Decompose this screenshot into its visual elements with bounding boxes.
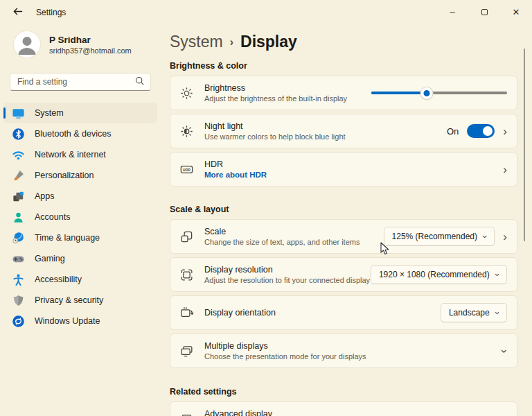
chevron-right-icon: › <box>503 231 507 243</box>
brightness-title: Brightness <box>204 83 347 93</box>
page-title: Display <box>240 31 297 52</box>
hdr-title: HDR <box>204 159 267 169</box>
wifi-icon <box>12 148 25 162</box>
chevron-down-icon: › <box>499 349 511 353</box>
maximize-button[interactable] <box>468 0 500 24</box>
search-box[interactable] <box>10 73 151 91</box>
sidebar-item-personalization[interactable]: Personalization <box>3 165 157 186</box>
sidebar-item-network-internet[interactable]: Network & internet <box>3 144 157 165</box>
display-resolution-subtitle: Adjust the resolution to fit your connec… <box>204 276 370 284</box>
sidebar-item-label: Apps <box>35 191 55 201</box>
night-light-toggle[interactable] <box>467 124 495 138</box>
slider-thumb[interactable] <box>421 87 433 99</box>
sidebar-item-apps[interactable]: Apps <box>3 186 157 207</box>
sidebar-item-label: System <box>35 108 64 118</box>
paintbrush-icon <box>12 169 25 182</box>
chevron-right-icon: › <box>503 413 507 416</box>
sidebar-item-label: Accounts <box>35 212 70 222</box>
sidebar-item-label: Accessibility <box>35 275 82 284</box>
night-light-subtitle: Use warmer colors to help block blue lig… <box>204 132 346 141</box>
minimize-icon: – <box>450 7 454 17</box>
gamepad-icon <box>12 252 25 266</box>
multiple-displays-title: Multiple displays <box>204 341 366 351</box>
minimize-button[interactable]: – <box>436 0 468 24</box>
svg-text:HDR: HDR <box>183 167 190 171</box>
user-email: sridhp357@hotmail.com <box>49 46 132 55</box>
hdr-icon: HDR <box>179 162 194 177</box>
scrollbar-thumb[interactable] <box>524 49 525 241</box>
globe-clock-icon <box>12 232 25 245</box>
multiple-displays-icon <box>179 344 194 358</box>
display-orientation-value: Landscape <box>449 308 490 318</box>
close-button[interactable]: ✕ <box>500 0 532 24</box>
display-resolution-row: Display resolution Adjust the resolution… <box>170 257 517 292</box>
chevron-right-icon: › <box>503 125 507 137</box>
sidebar-item-system[interactable]: System <box>3 103 157 123</box>
shield-icon <box>12 294 25 307</box>
chevron-down-icon: › <box>493 311 502 314</box>
scale-icon <box>179 229 194 244</box>
chevron-down-icon: › <box>493 273 502 276</box>
advanced-display-title: Advanced display <box>204 409 312 416</box>
user-profile[interactable]: P Sridhar sridhp357@hotmail.com <box>14 31 150 58</box>
hdr-row[interactable]: HDR HDR More about HDR › <box>170 152 517 187</box>
sidebar-item-label: Privacy & security <box>35 295 103 305</box>
apps-grid-icon <box>12 190 25 203</box>
sidebar-item-label: Time & language <box>35 233 100 243</box>
breadcrumb-separator-icon: › <box>230 31 233 53</box>
advanced-display-icon <box>179 412 194 416</box>
display-resolution-title: Display resolution <box>204 265 370 275</box>
brightness-slider[interactable] <box>371 87 507 99</box>
display-orientation-icon <box>179 306 194 320</box>
multiple-displays-subtitle: Choose the presentation mode for your di… <box>204 352 366 361</box>
selection-indicator <box>3 107 6 119</box>
display-resolution-icon <box>179 268 194 282</box>
scale-row[interactable]: Scale Change the size of text, apps, and… <box>170 219 517 254</box>
sidebar-item-label: Windows Update <box>35 316 100 326</box>
display-resolution-dropdown[interactable]: 1920 × 1080 (Recommended) › <box>371 265 507 284</box>
advanced-display-row[interactable]: Advanced display Display information, re… <box>170 401 517 416</box>
night-light-row[interactable]: Night light Use warmer colors to help bl… <box>170 114 517 148</box>
scale-subtitle: Change the size of text, apps, and other… <box>204 238 360 246</box>
display-orientation-row: Display orientation Landscape › <box>170 295 517 330</box>
close-icon: ✕ <box>513 7 520 17</box>
sidebar-item-label: Bluetooth & devices <box>35 129 112 139</box>
avatar <box>14 31 40 58</box>
accessibility-figure-icon <box>12 273 25 286</box>
maximize-icon <box>481 9 488 15</box>
search-icon <box>134 76 145 89</box>
section-heading-scale-layout: Scale & layout <box>170 205 517 215</box>
multiple-displays-row[interactable]: Multiple displays Choose the presentatio… <box>170 333 517 368</box>
display-orientation-title: Display orientation <box>204 308 276 318</box>
user-name: P Sridhar <box>49 35 132 45</box>
sidebar-item-accessibility[interactable]: Accessibility <box>3 269 157 290</box>
display-resolution-value: 1920 × 1080 (Recommended) <box>379 270 490 279</box>
back-arrow-icon <box>12 6 24 20</box>
update-arrows-icon <box>12 315 25 328</box>
sidebar-item-windows-update[interactable]: Windows Update <box>3 311 157 331</box>
chevron-down-icon: › <box>481 235 490 238</box>
bluetooth-icon <box>12 128 25 141</box>
main-content: System › Display Brightness & color Brig… <box>161 25 532 416</box>
search-input[interactable] <box>17 77 134 87</box>
night-light-title: Night light <box>204 121 346 131</box>
scale-value: 125% (Recommended) <box>392 232 477 241</box>
hdr-link[interactable]: More about HDR <box>204 171 267 179</box>
display-orientation-dropdown[interactable]: Landscape › <box>441 303 507 322</box>
sidebar-nav: System Bluetooth & devices Network & int… <box>3 103 157 331</box>
brightness-row: Brightness Adjust the brightness of the … <box>170 76 517 110</box>
sidebar-item-privacy-security[interactable]: Privacy & security <box>3 290 157 311</box>
sidebar-item-bluetooth-devices[interactable]: Bluetooth & devices <box>3 123 157 144</box>
brightness-subtitle: Adjust the brightness of the built-in di… <box>204 94 347 103</box>
breadcrumb-system[interactable]: System <box>170 31 223 52</box>
person-icon <box>12 211 25 224</box>
titlebar: Settings – ✕ <box>0 0 532 25</box>
section-heading-brightness-color: Brightness & color <box>170 61 517 71</box>
sidebar-item-time-language[interactable]: Time & language <box>3 227 157 248</box>
back-button[interactable] <box>8 3 26 21</box>
sidebar-item-accounts[interactable]: Accounts <box>3 207 157 227</box>
chevron-right-icon: › <box>503 164 507 175</box>
scale-dropdown[interactable]: 125% (Recommended) › <box>384 227 495 246</box>
section-heading-related-settings: Related settings <box>170 387 517 397</box>
sidebar-item-gaming[interactable]: Gaming <box>3 248 157 269</box>
